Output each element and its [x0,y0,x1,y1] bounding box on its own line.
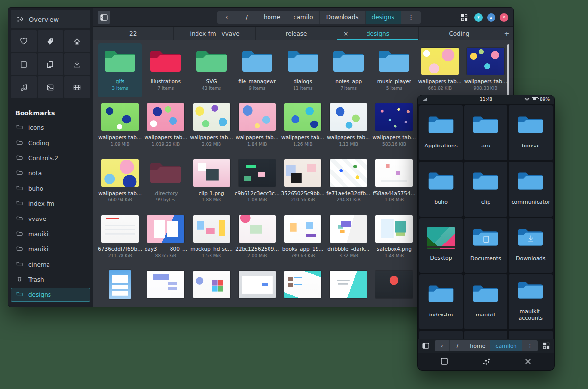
file-item-f58aa44a5754-[interactable]: f58aa44a5754... 1.08 MiB [372,155,416,209]
sidebar-item-icons[interactable]: icons [11,121,90,135]
new-tab-button[interactable]: + [500,27,513,40]
path-crumb-downloads[interactable]: Downloads [320,11,366,24]
file-item-6736cddf7f69b-[interactable]: 6736cddf7f69b... 211.78 KiB [98,211,142,265]
file-item-gifs[interactable]: gifs 3 items [98,43,142,97]
tab-designs[interactable]: × designs [337,27,418,40]
file-item-wallpapers-tab-[interactable]: wallpapers-tab... 1.13 MiB [327,99,370,153]
phone-file-item-desktop[interactable]: Desktop [419,218,463,273]
phone-file-item-aru[interactable]: aru [464,105,507,160]
file-item[interactable] [372,267,416,307]
tab-release[interactable]: release [256,27,337,40]
file-item-day3-800-[interactable]: day3_____800_... 88.65 KiB [144,211,187,265]
sidebar-item-coding[interactable]: Coding [11,136,90,150]
tab-22[interactable]: 22 [93,27,174,40]
sidebar-item-controls.2[interactable]: Controls.2 [11,151,90,165]
file-item-music-player[interactable]: music_player 5 items [372,43,416,97]
file-item-wallpapers-tab-[interactable]: wallpapers-tab... 1.09 MiB [98,99,142,153]
file-item-mockup-hd-sc-[interactable]: mockup_hd_sc... 1.53 MiB [190,211,233,265]
sidebar-toggle-button[interactable] [98,11,110,24]
phone-file-item-buho[interactable]: buho [419,162,463,217]
phone-miniatures-grid-icon[interactable] [543,342,550,349]
quick-images-button[interactable] [38,76,64,98]
sidebar-item-trash[interactable]: Trash [11,272,90,287]
file-item--directory[interactable]: .directory 99 bytes [144,155,187,209]
windows-button[interactable] [441,357,448,366]
path-crumb-overflow-menu[interactable]: ⋮ [401,11,421,24]
quick-tags-button[interactable] [38,30,64,52]
tab-index-fm-vvave[interactable]: index-fm - vvave [174,27,255,40]
file-item-file-managewr[interactable]: file_managewr 9 items [236,43,279,97]
sidebar-item-mauikit[interactable]: mauikit [11,242,90,256]
path-crumb-back[interactable]: ‹ [217,11,237,24]
miniatures-grid-icon[interactable] [461,14,468,21]
file-item-dribbble-dark-[interactable]: dribbble_-dark... 3.32 MiB [327,211,370,265]
file-item-illustrations[interactable]: illustrations 7 items [144,43,187,97]
file-item-clip-1-png[interactable]: clip-1.png 1.88 MiB [190,155,233,209]
tab-coding[interactable]: Coding [419,27,500,40]
file-item-35265025c9bb-[interactable]: 35265025c9bb... 210.56 KiB [281,155,324,209]
minimize-button[interactable]: ▾ [474,13,483,22]
quick-favorites-button[interactable] [11,30,37,52]
phone-file-item-index-fm[interactable]: index-fm [419,274,463,329]
path-crumb-root[interactable]: / [237,11,257,24]
quick-recent-button[interactable] [11,53,37,75]
phone-file-item-downloads[interactable]: Downloads [509,218,553,273]
sidebar-item-cinema[interactable]: cinema [11,257,90,271]
sidebar-item-index-fm[interactable]: index-fm [11,196,90,211]
file-item-books-app-19-[interactable]: books_app_19... 789.63 KiB [281,211,324,265]
file-item[interactable] [281,267,324,307]
sidebar-item-mauikit[interactable]: mauikit [11,227,90,241]
maximize-button[interactable]: ▴ [487,13,495,22]
close-button[interactable] [524,358,532,366]
phone-file-item[interactable] [464,331,507,339]
file-item-wallpapers-tab-[interactable]: wallpapers-tab... 583.16 KiB [372,99,416,153]
file-item-wallpapers-tab-[interactable]: wallpapers-tab... 1.26 MiB [281,99,324,153]
file-item-wallpapers-tab-[interactable]: wallpapers-tab... 2.02 MiB [190,99,233,153]
quick-documents-button[interactable] [38,53,64,75]
file-item-22bc12562509-[interactable]: 22bc12562509... 2.00 MiB [236,211,279,265]
file-item[interactable] [236,267,279,307]
quick-home-button[interactable] [64,30,90,52]
file-item-svg[interactable]: SVG 43 items [190,43,233,97]
sidebar-item-vvave[interactable]: vvave [11,212,90,226]
sidebar-item-designs[interactable]: designs [11,288,90,302]
quick-videos-button[interactable] [64,76,90,98]
phone-file-item-clip[interactable]: clip [464,162,507,217]
file-item-dialogs[interactable]: dialogs 11 items [281,43,324,97]
phone-file-item[interactable] [509,331,553,339]
close-button[interactable]: × [500,13,508,22]
phone-file-item-applications[interactable]: Applications [419,105,463,160]
file-item-notes-app[interactable]: notes_app 7 items [327,43,370,97]
phone-path-crumb-back[interactable]: ‹ [435,340,450,351]
path-crumb-home[interactable]: home [257,11,287,24]
phone-path-crumb-root[interactable]: / [450,340,465,351]
quick-music-button[interactable] [11,76,37,98]
phone-file-item-mauikit-accounts[interactable]: mauikit-accounts [509,274,553,329]
maui-home-button[interactable] [482,357,491,366]
path-crumb-camilo[interactable]: camilo [287,11,320,24]
phone-file-item[interactable] [419,331,463,339]
tab-close-icon[interactable]: × [343,30,348,37]
file-item-safebox4-png[interactable]: safebox4.png 1.48 MiB [372,211,416,265]
file-item-wallpapers-tab-[interactable]: wallpapers-tab... 661.82 KiB [418,43,462,97]
file-item[interactable] [327,267,370,307]
file-item-wallpapers-tab-[interactable]: wallpapers-tab... 908.33 KiB [464,43,507,97]
file-item-wallpapers-tab-[interactable]: wallpapers-tab... 660.94 KiB [98,155,142,209]
phone-file-item-documents[interactable]: Documents [464,218,507,273]
sidebar-item-org.kde.desktop[interactable]: org.kde.desktop [11,303,90,307]
phone-file-item-bonsai[interactable]: bonsai [509,105,553,160]
file-item[interactable] [98,267,142,307]
quick-downloads-button[interactable] [64,53,90,75]
phone-sidebar-toggle-button[interactable] [422,343,429,349]
phone-path-crumb-overflow-menu[interactable]: ⋮ [522,340,538,351]
file-item-fe71ae4e32dfb-[interactable]: fe71ae4e32dfb... 294.81 KiB [327,155,370,209]
sidebar-item-buho[interactable]: buho [11,181,90,195]
phone-path-crumb-camiloh[interactable]: camiloh [490,340,522,351]
phone-file-item-communicator[interactable]: communicator [509,162,553,217]
file-item[interactable] [144,267,187,307]
phone-path-crumb-home[interactable]: home [465,340,490,351]
phone-file-item-mauikit[interactable]: mauikit [464,274,507,329]
file-item-wallpapers-tab-[interactable]: wallpapers-tab... 1,019.22 KiB [144,99,187,153]
sidebar-item-nota[interactable]: nota [11,166,90,180]
file-item-c9b612c3ecc3c-[interactable]: c9b612c3ecc3c... 1.08 MiB [236,155,279,209]
